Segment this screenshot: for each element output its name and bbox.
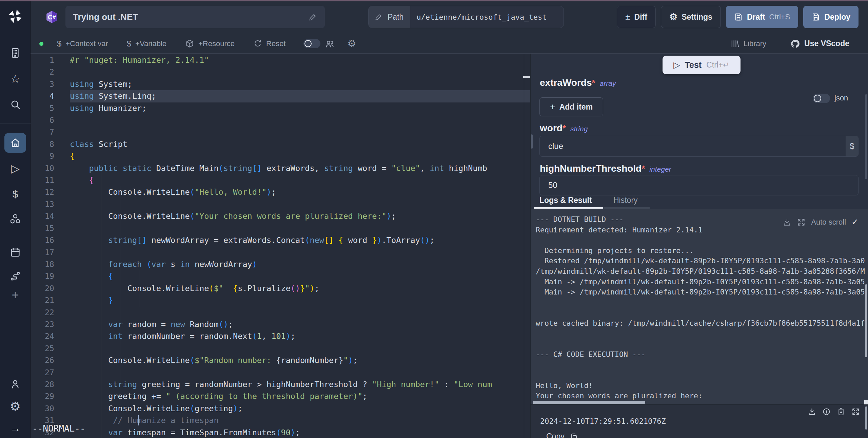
copy-button[interactable]: Copy: [546, 432, 578, 438]
sidebar-item-account[interactable]: [0, 375, 31, 394]
code-line[interactable]: 25: [31, 343, 530, 355]
home-icon: [9, 137, 21, 149]
insert-variable-button[interactable]: $: [846, 136, 858, 156]
script-title-input[interactable]: Trying out .NET: [65, 6, 325, 28]
sidebar-item-schedules[interactable]: [0, 243, 31, 262]
code-line[interactable]: 10 public static DateTime Main(string[] …: [31, 163, 530, 174]
panel-resize-handle[interactable]: [531, 134, 533, 149]
sidebar-item-search[interactable]: [0, 95, 31, 114]
sidebar-item-add[interactable]: +: [0, 286, 31, 305]
add-variable-button[interactable]: $ +Variable: [127, 39, 166, 49]
add-context-var-button[interactable]: $ +Context var: [57, 39, 108, 49]
check-icon[interactable]: ✓: [851, 217, 859, 227]
horizontal-scrollbar[interactable]: [533, 401, 645, 404]
code-line[interactable]: 17: [31, 247, 530, 259]
logs-panel[interactable]: --- DOTNET BUILD ---Requirement detected…: [531, 209, 868, 404]
windmill-logo-icon[interactable]: [0, 7, 31, 26]
code-line[interactable]: 9{: [31, 150, 530, 162]
code-line[interactable]: 21 }: [31, 294, 530, 306]
code-line[interactable]: 11 {: [31, 174, 530, 186]
code-line[interactable]: 20 Console.WriteLine($" {s.Pluralize()}"…: [31, 283, 530, 294]
diff-button[interactable]: ± Diff: [617, 6, 656, 28]
sidebar-item-flows[interactable]: [0, 267, 31, 286]
code-line[interactable]: 23 var random = new Random();: [31, 319, 530, 330]
code-line[interactable]: 15: [31, 223, 530, 234]
code-line[interactable]: 32 var timespan = TimeSpan.FromMinutes(9…: [31, 427, 530, 438]
code-editor[interactable]: 1#r "nuget: Humanizer, 2.14.1"23using Sy…: [31, 54, 530, 438]
add-item-button[interactable]: + Add item: [539, 97, 603, 116]
field-label-word: word* string: [540, 123, 588, 134]
test-button[interactable]: ▷ Test Ctrl+↵: [663, 56, 741, 74]
edit-pencil-icon[interactable]: [309, 13, 317, 21]
reset-button[interactable]: Reset: [253, 39, 285, 48]
code-line[interactable]: 3using System;: [31, 78, 530, 90]
code-line[interactable]: 1#r "nuget: Humanizer, 2.14.1": [31, 54, 530, 66]
code-line[interactable]: 18 foreach (var s in newWordArray): [31, 259, 530, 270]
line-number: 20: [31, 283, 70, 294]
sidebar-item-home[interactable]: [0, 133, 31, 152]
sidebar-item-resources[interactable]: [0, 210, 31, 229]
play-icon: ▷: [11, 163, 19, 174]
result-scrollbar[interactable]: [865, 406, 867, 430]
deploy-button[interactable]: Deploy: [803, 6, 859, 28]
settings-button[interactable]: ⚙ Settings: [661, 6, 721, 28]
code-line[interactable]: 31 // Humanize a timespan: [31, 415, 530, 426]
clipboard-icon[interactable]: [837, 407, 845, 416]
code-line[interactable]: 6: [31, 114, 530, 126]
line-number: 23: [31, 319, 70, 330]
code-line[interactable]: 26 Console.WriteLine($"Random number: {r…: [31, 355, 530, 366]
use-vscode-button[interactable]: Use VScode: [790, 39, 849, 49]
code-line[interactable]: 16 string[] newWordArray = extraWords.Co…: [31, 234, 530, 246]
library-button[interactable]: Library: [730, 39, 766, 49]
code-line[interactable]: 28 string greeting = randomNumber > high…: [31, 379, 530, 391]
code-line[interactable]: 4using System.Linq;: [31, 90, 530, 102]
sidebar-item-workspace[interactable]: [0, 43, 31, 62]
line-number: 10: [31, 163, 70, 174]
code-line[interactable]: 29 greeting += " (according to the thres…: [31, 391, 530, 402]
expand-result-icon[interactable]: [851, 407, 860, 416]
diff-mode-toggle[interactable]: [303, 39, 320, 48]
expand-logs-icon[interactable]: [797, 218, 806, 227]
gear-icon: ⚙: [669, 13, 677, 22]
dollar-icon: $: [127, 39, 131, 49]
required-marker: *: [563, 123, 566, 133]
sidebar-item-collapse[interactable]: →: [0, 419, 31, 438]
user-icon: [9, 378, 21, 390]
code-line[interactable]: 24 int randomNumber = random.Next(1, 101…: [31, 330, 530, 342]
code-line[interactable]: 13: [31, 198, 530, 210]
sidebar-item-variables[interactable]: $: [0, 185, 31, 204]
code-line[interactable]: 7: [31, 126, 530, 138]
log-line: Your chosen words are pluralized here:: [536, 391, 866, 401]
add-resource-button[interactable]: +Resource: [185, 39, 235, 48]
code-line[interactable]: 14 Console.WriteLine("Your chosen words …: [31, 210, 530, 222]
code-line[interactable]: 12 Console.WriteLine("Hello, World!");: [31, 186, 530, 198]
form-scrollbar[interactable]: [865, 94, 867, 179]
editor-settings-button[interactable]: ⚙: [348, 39, 356, 49]
line-number: 2: [31, 66, 70, 78]
info-icon[interactable]: [822, 407, 831, 416]
path-field[interactable]: Path u/etienne/microsoft_java_test: [368, 6, 564, 28]
word-input[interactable]: clue $: [539, 136, 859, 157]
download-result-icon[interactable]: [808, 407, 816, 416]
threshold-input[interactable]: 50: [539, 175, 859, 195]
code-line[interactable]: 2: [31, 66, 530, 78]
code-line[interactable]: 27: [31, 367, 530, 379]
sidebar-item-settings[interactable]: ⚙: [0, 397, 31, 416]
code-lines[interactable]: 1#r "nuget: Humanizer, 2.14.1"23using Sy…: [31, 54, 530, 438]
json-toggle[interactable]: [813, 94, 830, 103]
draft-button[interactable]: Draft Ctrl+S: [726, 6, 798, 28]
tab-logs-result[interactable]: Logs & Result: [539, 196, 592, 205]
code-line[interactable]: 8class Script: [31, 138, 530, 150]
log-scrollbar[interactable]: [865, 284, 867, 357]
code-line[interactable]: 19 {: [31, 270, 530, 282]
log-line: /tmp/windmill/wk-default-89p2b-I0Y5P/019…: [536, 266, 866, 277]
code-line[interactable]: 5using Humanizer;: [31, 102, 530, 114]
tab-history[interactable]: History: [613, 196, 638, 205]
sidebar-item-runs[interactable]: ▷: [0, 159, 31, 178]
code-line[interactable]: 30 Console.WriteLine(greeting);: [31, 403, 530, 415]
code-line[interactable]: 22: [31, 307, 530, 319]
sidebar-item-favorites[interactable]: ☆: [0, 69, 31, 88]
download-logs-icon[interactable]: [783, 218, 791, 227]
collaborators-button[interactable]: [324, 39, 335, 49]
log-line: wrote cached binary: /tmp/windmill/cache…: [536, 318, 866, 329]
